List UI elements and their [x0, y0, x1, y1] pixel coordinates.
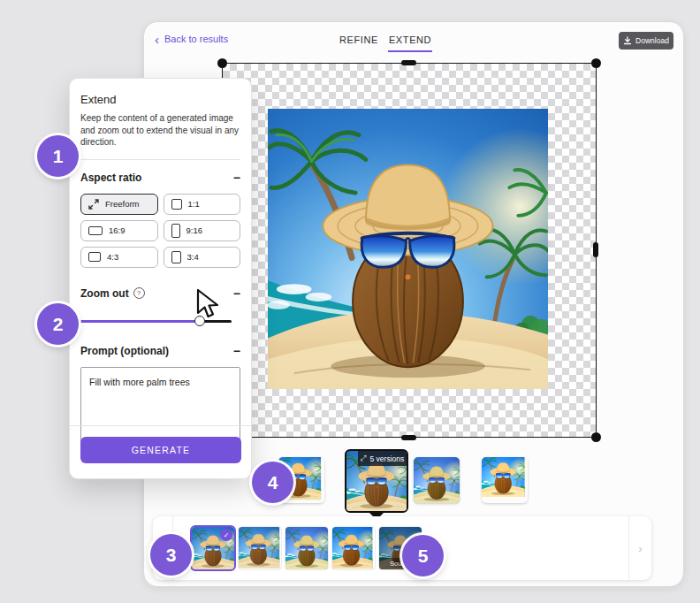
aspect-option-label: 3:4 [187, 252, 199, 262]
aspect-ratio-options: Freeform 1:1 16:9 9:16 4:3 [80, 194, 240, 268]
download-button[interactable]: Download [619, 32, 673, 50]
selected-check-badge: ✓ [220, 529, 232, 541]
annotation-badge-2: 2 [37, 303, 79, 345]
zoom-out-section-header[interactable]: Zoom out ? − [80, 287, 240, 300]
help-icon[interactable]: ? [133, 287, 145, 299]
download-label: Download [635, 36, 669, 45]
aspect-option-label: 4:3 [107, 252, 118, 262]
panel-title: Extend [80, 93, 240, 106]
versions-count-badge: ⤢ 5 versions [358, 451, 407, 466]
resize-handle-bottom[interactable] [401, 435, 416, 440]
generate-button[interactable]: GENERATE [80, 437, 241, 463]
collapse-icon[interactable]: − [233, 173, 240, 182]
freeform-arrows-icon [88, 199, 99, 210]
annotation-badge-3: 3 [150, 534, 192, 576]
expand-icon: ⤢ [361, 454, 367, 463]
aspect-option-label: Freeform [105, 199, 140, 209]
extend-panel: Extend Keep the content of a generated i… [69, 78, 252, 479]
aspect-option-16-9[interactable]: 16:9 [80, 220, 158, 241]
aspect-option-label: 9:16 [186, 225, 203, 235]
back-chevron-icon: ‹ [155, 34, 159, 44]
aspect-option-9-16[interactable]: 9:16 [164, 220, 241, 241]
download-icon [623, 36, 632, 45]
prompt-input[interactable]: Fill with more palm trees [80, 367, 240, 447]
version-thumbnail-3[interactable] [414, 457, 460, 503]
resize-handle-top-left[interactable] [217, 58, 227, 68]
version-thumbnail-4[interactable] [482, 457, 528, 503]
filmstrip-thumbnail-2[interactable] [239, 527, 281, 569]
collapse-icon[interactable]: − [233, 347, 240, 355]
versions-count-label: 5 versions [370, 454, 405, 463]
aspect-option-3-4[interactable]: 3:4 [164, 247, 241, 268]
mode-tabs: REFINE EXTEND [339, 33, 432, 52]
aspect-ratio-label: Aspect ratio [80, 172, 141, 184]
aspect-ratio-section-header[interactable]: Aspect ratio − [80, 172, 240, 184]
filmstrip-thumbnail-1-selected[interactable]: ✓ [192, 527, 234, 569]
zoom-out-slider[interactable] [80, 315, 240, 327]
rect-3-4-icon [171, 251, 181, 263]
divider [80, 159, 240, 160]
chevron-right-icon: › [638, 542, 642, 555]
divider [70, 425, 251, 426]
generated-image [268, 109, 548, 389]
tab-extend[interactable]: EXTEND [388, 33, 432, 52]
check-icon: ✓ [224, 531, 230, 539]
tall-ratio-icon [171, 224, 180, 238]
filmstrip-next-button[interactable]: › [628, 516, 651, 580]
resize-handle-right[interactable] [593, 242, 598, 257]
resize-handle-bottom-right[interactable] [591, 432, 601, 442]
annotation-badge-4: 4 [252, 462, 293, 503]
results-filmstrip: › ✓ Source [153, 516, 651, 580]
aspect-option-label: 16:9 [109, 225, 126, 235]
back-label: Back to results [164, 34, 228, 44]
annotation-badge-1: 1 [37, 135, 79, 177]
filmstrip-thumbnail-4[interactable] [332, 527, 375, 569]
aspect-option-1-1[interactable]: 1:1 [164, 194, 241, 215]
collapse-icon[interactable]: − [233, 289, 240, 298]
version-thumbnail-2-selected[interactable]: ⤢ 5 versions [345, 449, 408, 513]
wide-ratio-icon [88, 226, 103, 235]
resize-handle-top[interactable] [401, 60, 416, 65]
prompt-label: Prompt (optional) [80, 345, 169, 357]
prompt-section-header[interactable]: Prompt (optional) − [80, 345, 240, 357]
square-ratio-icon [171, 199, 182, 210]
aspect-option-4-3[interactable]: 4:3 [80, 247, 158, 268]
slider-thumb[interactable] [194, 316, 205, 326]
zoom-out-label: Zoom out [80, 287, 129, 300]
aspect-option-label: 1:1 [188, 199, 200, 209]
back-to-results-link[interactable]: ‹ Back to results [155, 34, 228, 44]
page: ‹ Back to results REFINE EXTEND Download… [0, 0, 700, 603]
resize-handle-top-right[interactable] [591, 58, 601, 68]
panel-description: Keep the content of a generated image an… [80, 112, 240, 149]
slider-fill [80, 320, 200, 323]
rect-4-3-icon [88, 252, 101, 262]
filmstrip-thumbnail-3[interactable] [285, 527, 328, 569]
aspect-option-freeform[interactable]: Freeform [80, 194, 158, 215]
tab-refine[interactable]: REFINE [339, 33, 379, 52]
annotation-badge-5: 5 [402, 535, 444, 576]
